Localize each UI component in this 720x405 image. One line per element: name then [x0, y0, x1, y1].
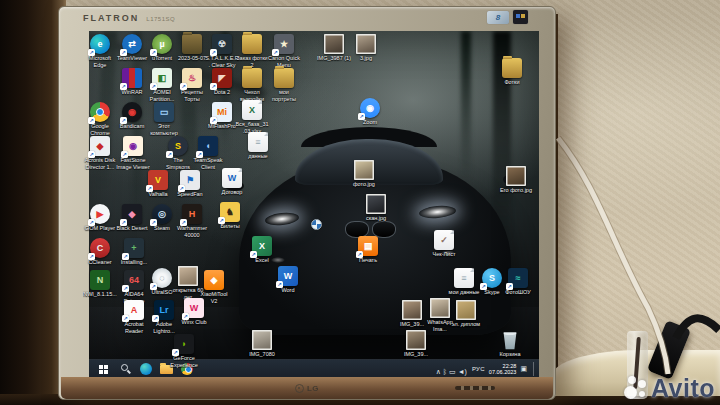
shortcut-arrow-icon: ↗ [178, 185, 185, 192]
taskbar-clock[interactable]: 22:28 07.06.2023 [489, 363, 517, 375]
show-desktop-button[interactable] [533, 362, 537, 376]
bilety-icon[interactable]: ↗Билеты [213, 202, 247, 230]
teamspeak-client-icon[interactable]: ↗TeamSpeak Client [191, 136, 225, 170]
language-indicator[interactable]: РУС [472, 366, 485, 372]
utorrent-tile: ↗ [152, 34, 172, 54]
shortcut-arrow-icon: ↗ [150, 219, 157, 226]
chek-list-label: Чек-Лист [427, 251, 461, 258]
microsoft-edge-icon[interactable]: ↗Microsoft Edge [83, 34, 117, 68]
stalker-clear-sky-label: S.T.A.L.K.E.R. Clear Sky [205, 55, 239, 68]
bandicam-icon[interactable]: ↗Bandicam [115, 102, 149, 130]
acrobat-reader-icon[interactable]: ↗Acrobat Reader [117, 300, 151, 334]
image-img-3987-icon[interactable]: IMG_3987 (1) [317, 34, 351, 62]
geforce-experience-icon[interactable]: ↗GeForce Experience [167, 334, 201, 368]
winrar-icon[interactable]: ↗WinRAR [115, 68, 149, 96]
folder-fotki-icon[interactable]: Фотки [495, 58, 529, 86]
whatsapp-image-tile [430, 298, 450, 318]
gom-player-icon[interactable]: ↗GOM Player [83, 204, 117, 232]
excel-label: Excel [245, 257, 279, 264]
miflashpro-icon[interactable]: ↗MiFlashPro [205, 102, 239, 130]
recycle-bin-icon[interactable]: Корзина [493, 330, 527, 358]
shortcut-arrow-icon: ↗ [210, 83, 217, 90]
display-icon[interactable]: ▭ [449, 368, 456, 375]
dannye-file-icon[interactable]: данные [241, 132, 275, 160]
shortcut-arrow-icon: ↗ [356, 251, 363, 258]
bluetooth-icon[interactable]: ᛒ [443, 368, 447, 375]
bandicam-tile: ↗ [122, 102, 142, 122]
chek-list-icon[interactable]: Чек-Лист [427, 230, 461, 258]
stalker-clear-sky-tile: ↗ [212, 34, 232, 54]
ccleaner-icon[interactable]: ↗CCleaner [83, 238, 117, 266]
aomei-partition-icon[interactable]: ↗AOMEI Partition... [145, 68, 179, 102]
zoom-app-icon[interactable]: ↗Zoom [353, 98, 387, 126]
lg-logo-text: LG [307, 384, 319, 393]
bilety-tile: ↗ [220, 202, 240, 222]
teamviewer-label: TeamViewer [115, 55, 149, 62]
shortcut-arrow-icon: ↗ [182, 313, 189, 320]
google-chrome-icon[interactable]: ↗Google Chrome [83, 102, 117, 136]
canon-quick-menu-icon[interactable]: ↗Canon Quick Menu [267, 34, 301, 68]
shortcut-arrow-icon: ↗ [120, 83, 127, 90]
nwi-archive-icon[interactable]: NWI_8.1.15... [83, 270, 117, 298]
folder-moi-portrety-icon[interactable]: мои портреты [267, 68, 301, 102]
black-desert-icon[interactable]: ↗Black Desert [115, 204, 149, 232]
stalker-clear-sky-icon[interactable]: ↗S.T.A.L.K.E.R. Clear Sky [205, 34, 239, 68]
el-diplom-icon[interactable]: эл. диплом [449, 300, 483, 328]
ultraiso-tile: ↗ [152, 268, 172, 288]
teamviewer-icon[interactable]: ↗TeamViewer [115, 34, 149, 62]
shortcut-arrow-icon: ↗ [150, 83, 157, 90]
tray-chevron-icon[interactable]: ∧ [436, 368, 441, 375]
shortcut-arrow-icon: ↗ [88, 117, 95, 124]
steam-label: Steam [145, 225, 179, 232]
bezel-brand-row: FLATRON L1751SQ [83, 13, 175, 23]
search-button[interactable] [118, 362, 132, 376]
monitor-buttons[interactable] [455, 386, 495, 390]
the-simpsons-tile: ↗ [168, 136, 188, 156]
folder-zakaz-fotki-2-icon[interactable]: Заказ фотки 2 [235, 34, 269, 68]
edge-taskbar-icon[interactable] [140, 363, 152, 375]
shortcut-arrow-icon: ↗ [358, 113, 365, 120]
excel-icon[interactable]: ↗Excel [245, 236, 279, 264]
fotoshow-label: ФотоШОУ [501, 289, 535, 296]
ego-foto-jpg-icon[interactable]: Его фото.jpg [499, 166, 533, 194]
word-icon[interactable]: ↗Word [271, 266, 305, 294]
installing-icon[interactable]: ↗Installing... [117, 238, 151, 266]
folder-chehol-icon[interactable]: Чехол выкройки [235, 68, 269, 102]
image-3-jpg-icon[interactable]: 3.jpg [349, 34, 383, 62]
this-pc-icon[interactable]: Этот компьютер [147, 102, 181, 136]
volume-icon[interactable]: ◄) [458, 368, 467, 375]
miflashpro-tile: ↗ [212, 102, 232, 122]
start-button[interactable] [96, 362, 110, 376]
pechat-icon[interactable]: ↗Печать [351, 236, 385, 264]
adobe-lightroom-icon[interactable]: ↗Adobe Lightro... [147, 300, 181, 334]
folder-2023-05-07-icon[interactable]: 2023-05-07 [175, 34, 209, 62]
foto-jpg-icon[interactable]: фото.jpg [347, 160, 381, 188]
dota-2-icon[interactable]: ↗Dota 2 [205, 68, 239, 96]
steam-icon[interactable]: ↗Steam [145, 204, 179, 232]
skan-jpg-icon[interactable]: скан.jpg [359, 194, 393, 222]
ego-foto-jpg-label: Его фото.jpg [499, 187, 533, 194]
faststone-image-viewer-icon[interactable]: ↗FastStone Image Viewer [116, 136, 150, 170]
dogovor-doc-icon[interactable]: Договор [215, 168, 249, 196]
action-center-icon[interactable]: ▣ [520, 365, 527, 373]
folder-fotki-label: Фотки [495, 79, 529, 86]
dogovor-doc-label: Договор [215, 189, 249, 196]
xlsx-file-icon[interactable]: Вся_база_31.03.xlsx [235, 100, 269, 134]
img-39-b-icon[interactable]: IMG_39... [399, 330, 433, 358]
utorrent-icon[interactable]: ↗uTorrent [145, 34, 179, 62]
faststone-image-viewer-tile: ↗ [123, 136, 143, 156]
system-tray: ∧ᛒ▭◄) РУС 22:28 07.06.2023 ▣ [435, 360, 539, 378]
acronis-disk-director-icon[interactable]: ↗Acronis Disk Director 1... [83, 136, 117, 170]
valhalla-tile: ↗ [148, 170, 168, 190]
img-7080-label: IMG_7080 [245, 351, 279, 358]
warhammer-40000-tile: ↗ [182, 204, 202, 224]
the-simpsons-icon[interactable]: ↗The Simpsons [161, 136, 195, 170]
fotoshow-icon[interactable]: ↗ФотоШОУ [501, 268, 535, 296]
skan-jpg-tile [366, 194, 386, 214]
winx-club-icon[interactable]: ↗Winx Club [177, 298, 211, 326]
valhalla-icon[interactable]: ↗Valhalla [141, 170, 175, 198]
img-7080-icon[interactable]: IMG_7080 [245, 330, 279, 358]
recepty-torty-icon[interactable]: ↗Рецепты Торты [175, 68, 209, 102]
warhammer-40000-icon[interactable]: ↗Warhammer 40000 [175, 204, 209, 238]
speedfan-icon[interactable]: ↗SpeedFan [173, 170, 207, 198]
